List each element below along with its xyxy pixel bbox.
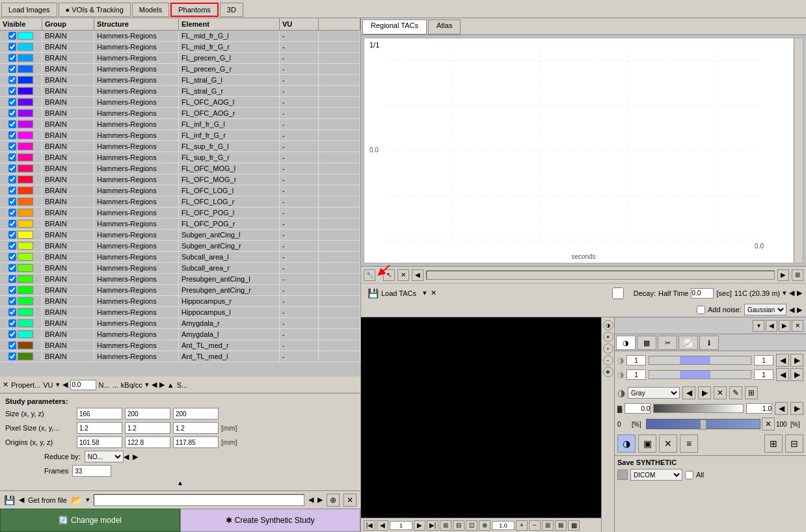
view-extra1[interactable]: ⊞ <box>764 434 783 453</box>
visible-checkbox[interactable] <box>8 176 16 183</box>
all-checkbox[interactable] <box>685 471 693 479</box>
file-nav-prev[interactable]: ◀ <box>308 496 314 504</box>
chart-scrollbar-right[interactable] <box>794 38 803 263</box>
channel1-slider[interactable] <box>649 356 751 365</box>
load-tacs-chevron[interactable]: ▾ <box>423 289 427 297</box>
side-chevron-down[interactable]: ▾ <box>753 320 764 332</box>
visible-checkbox[interactable] <box>8 109 16 117</box>
chevron-down-icon2[interactable]: ▾ <box>86 496 90 504</box>
zoom-in-icon[interactable]: + <box>603 343 613 354</box>
opacity-slider[interactable] <box>653 404 744 413</box>
zoom-in-btn[interactable]: + <box>516 520 528 531</box>
nav-end-chart-icon[interactable]: ⊞ <box>792 269 803 281</box>
nav-up-icon[interactable]: ▲ <box>167 381 174 389</box>
reduce-select[interactable]: NO... <box>85 451 124 462</box>
row-visible[interactable] <box>0 340 42 351</box>
tac-scroll-bar[interactable] <box>426 271 775 280</box>
tab-atlas[interactable]: Atlas <box>428 20 461 34</box>
side-nav-prev[interactable]: ◀ <box>766 320 777 332</box>
collapse-icon[interactable]: ▲ <box>177 479 183 486</box>
size-y-input[interactable] <box>125 408 170 419</box>
reduce-nav-prev[interactable]: ◀ <box>124 453 129 461</box>
visible-checkbox[interactable] <box>8 153 16 161</box>
row-visible[interactable] <box>0 318 42 328</box>
visible-checkbox[interactable] <box>8 220 16 228</box>
gray-x-btn[interactable]: ✕ <box>714 386 727 399</box>
ch2-nav-prev[interactable]: ◀ <box>776 368 789 381</box>
size-x-input[interactable] <box>77 408 122 419</box>
visible-checkbox[interactable] <box>8 341 16 349</box>
visible-checkbox[interactable] <box>8 198 16 206</box>
unit-chevron[interactable]: ▾ <box>145 380 149 389</box>
decay-nav-prev[interactable]: ◀ <box>789 289 794 297</box>
gray-nav-prev[interactable]: ◀ <box>682 386 695 399</box>
opacity-min-input[interactable] <box>625 403 651 414</box>
channel2-input2[interactable] <box>754 369 773 380</box>
opacity-nav-prev[interactable]: ◀ <box>775 402 788 415</box>
row-visible[interactable] <box>0 185 42 196</box>
close-btn[interactable]: ✕ <box>343 494 356 507</box>
row-visible[interactable] <box>0 64 42 74</box>
visible-checkbox[interactable] <box>8 231 16 239</box>
side-tab-cut[interactable]: ✂ <box>658 336 677 350</box>
visible-checkbox[interactable] <box>8 142 16 150</box>
close-icon[interactable]: ✕ <box>3 380 8 389</box>
visible-checkbox[interactable] <box>8 319 16 327</box>
tab-phantoms[interactable]: Phantoms <box>170 3 219 17</box>
zoom-out-btn[interactable]: − <box>529 520 541 531</box>
img-next-btn[interactable]: ▶ <box>414 520 425 531</box>
change-model-button[interactable]: 🔄 Change model <box>0 509 180 532</box>
visible-checkbox[interactable] <box>8 165 16 172</box>
gray-edit-btn[interactable]: ✎ <box>729 386 742 399</box>
gray-more-btn[interactable]: ⊞ <box>745 386 758 399</box>
zoom-100-btn[interactable]: ⊕ <box>479 520 490 531</box>
row-visible[interactable] <box>0 141 42 152</box>
nav-prev2-icon[interactable]: ◀ <box>152 380 157 389</box>
brightness-icon[interactable]: ☀ <box>603 332 613 342</box>
row-visible[interactable] <box>0 307 42 317</box>
row-visible[interactable] <box>0 207 42 218</box>
img-first-btn[interactable]: |◀ <box>364 520 375 531</box>
view-bars-btn[interactable]: ≡ <box>680 434 698 453</box>
pan-icon[interactable]: ✥ <box>603 367 613 377</box>
side-tab-circle[interactable]: ◑ <box>616 336 636 350</box>
visible-checkbox[interactable] <box>8 76 16 84</box>
voi-table-scroll[interactable]: BRAIN Hammers-Regions FL_mid_fr_G_l - BR… <box>0 31 360 377</box>
gray-nav-next[interactable]: ▶ <box>698 386 711 399</box>
img-last-btn[interactable]: ▶| <box>427 520 438 531</box>
visible-checkbox[interactable] <box>8 264 16 272</box>
pixel-x-input[interactable] <box>77 422 122 434</box>
ch2-nav-next[interactable]: ▶ <box>790 368 803 381</box>
row-visible[interactable] <box>0 152 42 163</box>
side-tab-chart[interactable]: 📈 <box>678 336 698 350</box>
opacity-nav-next[interactable]: ▶ <box>790 402 803 415</box>
visible-checkbox[interactable] <box>8 275 16 283</box>
open-folder-icon[interactable]: 📂 <box>71 495 82 505</box>
range-thumb[interactable] <box>700 419 706 430</box>
row-visible[interactable] <box>0 86 42 96</box>
noise-nav-next[interactable]: ▶ <box>797 306 802 314</box>
row-visible[interactable] <box>0 174 42 185</box>
img-nav-extra2[interactable]: ⊟ <box>453 520 464 531</box>
visible-checkbox[interactable] <box>8 32 16 40</box>
frame-input[interactable] <box>390 521 412 530</box>
origin-x-input[interactable] <box>77 436 122 448</box>
visible-checkbox[interactable] <box>8 43 16 51</box>
channel1-input1[interactable] <box>626 355 646 366</box>
nav-right-chart-icon[interactable]: ▶ <box>777 269 789 281</box>
channel2-input1[interactable] <box>626 369 646 380</box>
row-visible[interactable] <box>0 230 42 240</box>
row-visible[interactable] <box>0 252 42 262</box>
tab-regional-tacs[interactable]: Regional TACs <box>362 20 427 34</box>
channel2-slider[interactable] <box>649 370 751 379</box>
size-z-input[interactable] <box>173 408 219 419</box>
vu-value-input[interactable] <box>70 380 96 390</box>
save-format-select[interactable]: DICOM <box>630 469 682 481</box>
tab-load-images[interactable]: Load Images <box>1 3 57 17</box>
img-extra1[interactable]: ⊞ <box>542 520 554 531</box>
ch1-nav-prev[interactable]: ◀ <box>776 354 789 367</box>
img-nav-extra1[interactable]: ⊞ <box>440 520 451 531</box>
row-visible[interactable] <box>0 263 42 273</box>
range-icon-x[interactable]: ✕ <box>762 418 775 431</box>
row-visible[interactable] <box>0 119 42 129</box>
